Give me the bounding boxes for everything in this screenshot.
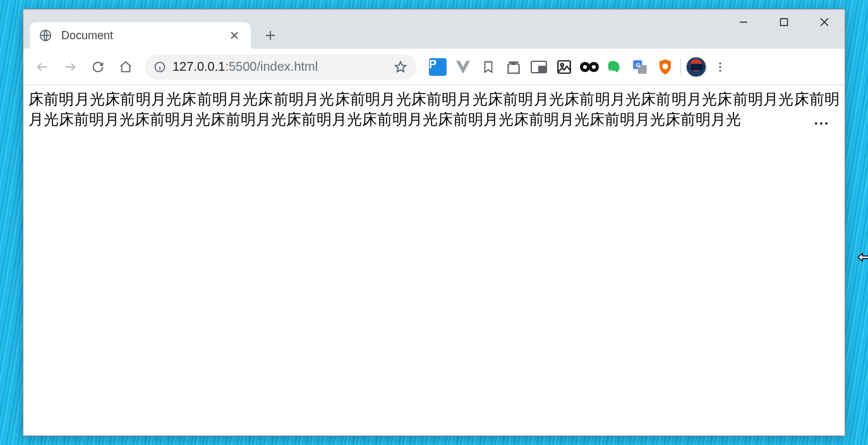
minimize-button[interactable] bbox=[723, 9, 764, 35]
tab-title: Document bbox=[61, 29, 227, 42]
bookmark-star-icon[interactable] bbox=[394, 60, 407, 74]
svg-point-9 bbox=[583, 65, 587, 69]
new-tab-button[interactable] bbox=[260, 25, 281, 46]
home-button[interactable] bbox=[113, 54, 138, 80]
profile-avatar[interactable] bbox=[686, 57, 706, 77]
gtranslate-icon[interactable]: G bbox=[630, 57, 650, 77]
back-button[interactable] bbox=[30, 54, 55, 80]
svg-point-6 bbox=[561, 63, 564, 66]
url-path: /index.html bbox=[256, 59, 318, 74]
close-tab-button[interactable] bbox=[227, 28, 242, 43]
evernote-icon[interactable] bbox=[605, 57, 625, 77]
svg-rect-1 bbox=[781, 19, 788, 26]
photo-icon[interactable] bbox=[554, 57, 574, 77]
svg-point-17 bbox=[719, 70, 721, 71]
text-overflow-ellipsis: ... bbox=[814, 112, 829, 128]
svg-point-16 bbox=[719, 66, 721, 68]
site-info-icon[interactable] bbox=[154, 61, 166, 73]
extensions-row: PG bbox=[428, 57, 675, 77]
pip-icon[interactable] bbox=[529, 57, 549, 77]
page-viewport[interactable]: 床前明月光床前明月光床前明月光床前明月光床前明月光床前明月光床前明月光床前明月光… bbox=[23, 85, 845, 436]
url-host: 127.0.0.1 bbox=[172, 59, 225, 74]
eyes-icon[interactable] bbox=[579, 57, 600, 77]
resize-horizontal-cursor-icon bbox=[857, 250, 868, 267]
tab-active[interactable]: Document bbox=[30, 22, 251, 49]
bookmark-icon[interactable] bbox=[478, 57, 498, 77]
svg-point-15 bbox=[719, 62, 721, 64]
globe-icon bbox=[39, 28, 52, 42]
titlebar: Document bbox=[23, 9, 845, 49]
address-bar[interactable]: 127.0.0.1:5500/index.html bbox=[145, 54, 416, 80]
desktop-background: Document bbox=[0, 0, 868, 445]
reload-button[interactable] bbox=[85, 54, 111, 80]
svg-text:G: G bbox=[636, 61, 641, 68]
maximize-button[interactable] bbox=[764, 9, 804, 35]
page-body-text: 床前明月光床前明月光床前明月光床前明月光床前明月光床前明月光床前明月光床前明月光… bbox=[23, 85, 845, 130]
browser-window: Document bbox=[23, 9, 845, 436]
svg-point-14 bbox=[663, 63, 668, 69]
svg-point-10 bbox=[592, 65, 596, 69]
toolbar-separator bbox=[680, 59, 681, 75]
castle-icon[interactable] bbox=[503, 57, 524, 77]
svg-rect-4 bbox=[539, 66, 545, 71]
url-port: :5500 bbox=[225, 59, 256, 74]
close-window-button[interactable] bbox=[804, 9, 845, 35]
tab-strip: Document bbox=[23, 9, 281, 49]
toolbar: 127.0.0.1:5500/index.html PG bbox=[23, 49, 845, 85]
window-controls bbox=[723, 9, 845, 35]
kebab-menu-button[interactable] bbox=[709, 56, 732, 78]
shield-icon[interactable] bbox=[655, 57, 675, 77]
postman-icon[interactable]: P bbox=[428, 57, 448, 77]
forward-button[interactable] bbox=[57, 54, 83, 80]
vue-icon[interactable] bbox=[453, 57, 473, 77]
